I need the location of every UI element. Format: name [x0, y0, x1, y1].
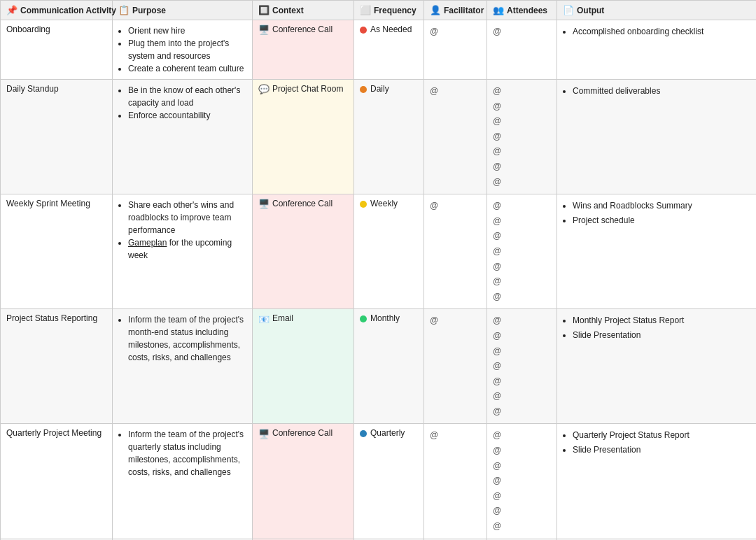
attendee-item: @: [493, 84, 551, 99]
table-row: Project Status ReportingInform the team …: [1, 309, 757, 424]
output-item: Accomplished onboarding checklist: [573, 24, 750, 38]
purpose-cell-3: Inform the team of the project's month-e…: [113, 309, 253, 424]
attendee-item: @: [493, 129, 551, 145]
attendee-item: @: [493, 519, 551, 534]
context-cell-2: 🖥️Conference Call: [253, 194, 354, 309]
purpose-item: Orient new hire: [128, 24, 246, 37]
context-cell-1: 💬Project Chat Room: [253, 80, 354, 194]
header-icon-5: 👥: [493, 5, 504, 15]
activity-cell-4: Quarterly Project Meeting: [1, 424, 113, 539]
activity-cell-1: Daily Standup: [1, 80, 113, 194]
output-cell-0: Accomplished onboarding checklist: [557, 20, 757, 80]
frequency-cell-1: Daily: [354, 80, 424, 194]
column-header-frequency: ⬜Frequency: [354, 1, 424, 20]
purpose-item: Share each other's wins and roadblocks t…: [128, 199, 246, 236]
output-cell-4: Quarterly Project Status ReportSlide Pre…: [557, 424, 757, 539]
attendee-item: @: [493, 329, 551, 344]
output-item: Slide Presentation: [573, 328, 750, 342]
table-row: Daily StandupBe in the know of each othe…: [1, 80, 757, 194]
attendee-item: @: [493, 313, 551, 329]
table-row: Quarterly Project MeetingInform the team…: [1, 424, 757, 539]
attendee-item: @: [493, 144, 551, 159]
attendee-item: @: [493, 114, 551, 129]
context-icon: 🖥️: [258, 24, 270, 35]
column-header-output: 📄Output: [557, 1, 757, 20]
frequency-dot: [360, 86, 367, 93]
attendee-item: @: [493, 504, 551, 519]
purpose-item: Be in the know of each other's capacity …: [128, 84, 246, 109]
output-cell-3: Monthly Project Status ReportSlide Prese…: [557, 309, 757, 424]
attendee-item: @: [493, 99, 551, 115]
output-cell-1: Committed deliverables: [557, 80, 757, 194]
attendee-item: @: [493, 374, 551, 390]
column-header-purpose: 📋Purpose: [113, 1, 253, 20]
header-icon-3: ⬜: [360, 5, 371, 15]
activity-cell-0: Onboarding: [1, 20, 113, 80]
header-icon-6: 📄: [563, 5, 574, 15]
attendee-item: @: [493, 260, 551, 275]
facilitator-cell-4: @: [424, 424, 487, 539]
attendee-item: @: [493, 290, 551, 305]
attendee-item: @: [493, 344, 551, 360]
attendees-cell-3: @@@@@@@: [487, 309, 557, 424]
activity-cell-2: Weekly Sprint Meeting: [1, 194, 113, 309]
attendee-item: @: [493, 428, 551, 443]
frequency-cell-0: As Needed: [354, 20, 424, 80]
output-item: Wins and Roadblocks Summary: [573, 199, 750, 213]
header-icon-4: 👤: [430, 5, 441, 15]
attendee-item: @: [493, 244, 551, 260]
attendee-item: @: [493, 359, 551, 374]
frequency-dot: [360, 27, 367, 34]
facilitator-cell-0: @: [424, 20, 487, 80]
table-row: OnboardingOrient new hirePlug them into …: [1, 20, 757, 80]
frequency-cell-3: Monthly: [354, 309, 424, 424]
frequency-dot: [360, 201, 367, 208]
attendee-item: @: [493, 159, 551, 175]
facilitator-cell-1: @: [424, 80, 487, 194]
header-icon-1: 📋: [118, 5, 130, 15]
context-cell-0: 🖥️Conference Call: [253, 20, 354, 80]
facilitator-item: @: [430, 24, 481, 40]
attendee-item: @: [493, 199, 551, 214]
attendee-item: @: [493, 229, 551, 244]
facilitator-cell-2: @: [424, 194, 487, 309]
output-item: Committed deliverables: [573, 84, 750, 98]
header-icon-2: 🔲: [258, 5, 270, 15]
output-item: Slide Presentation: [573, 443, 750, 457]
communication-plan-table: 📌Communication Activity📋Purpose🔲Context⬜…: [0, 0, 756, 540]
purpose-item: Enforce accountability: [128, 109, 246, 122]
purpose-item: Create a coherent team culture: [128, 62, 246, 75]
facilitator-cell-3: @: [424, 309, 487, 424]
frequency-cell-2: Weekly: [354, 194, 424, 309]
purpose-item: Inform the team of the project's month-e…: [128, 313, 246, 364]
frequency-dot: [360, 430, 367, 437]
column-header-attendees: 👥Attendees: [487, 1, 557, 20]
attendee-item: @: [493, 404, 551, 420]
attendees-cell-1: @@@@@@@: [487, 80, 557, 194]
context-cell-3: 📧Email: [253, 309, 354, 424]
facilitator-item: @: [430, 84, 481, 99]
purpose-item: Plug them into the project's system and …: [128, 37, 246, 62]
frequency-cell-4: Quarterly: [354, 424, 424, 539]
output-item: Quarterly Project Status Report: [573, 428, 750, 442]
purpose-item: Inform the team of the project's quarter…: [128, 428, 246, 478]
purpose-cell-1: Be in the know of each other's capacity …: [113, 80, 253, 194]
output-cell-2: Wins and Roadblocks SummaryProject sched…: [557, 194, 757, 309]
attendees-cell-2: @@@@@@@: [487, 194, 557, 309]
purpose-cell-2: Share each other's wins and roadblocks t…: [113, 194, 253, 309]
attendees-cell-0: @: [487, 20, 557, 80]
table-row: Weekly Sprint MeetingShare each other's …: [1, 194, 757, 309]
output-item: Project schedule: [573, 213, 750, 227]
purpose-item: Gameplan for the upcoming week: [128, 236, 246, 262]
attendee-item: @: [493, 175, 551, 190]
column-header-facilitator: 👤Facilitator: [424, 1, 487, 20]
facilitator-item: @: [430, 313, 481, 329]
attendee-item: @: [493, 443, 551, 459]
attendees-cell-4: @@@@@@@: [487, 424, 557, 539]
attendee-item: @: [493, 389, 551, 404]
column-header-communication-activity: 📌Communication Activity: [1, 1, 113, 20]
context-icon: 🖥️: [258, 429, 270, 439]
facilitator-item: @: [430, 199, 481, 214]
context-icon: 💬: [258, 84, 270, 94]
purpose-cell-4: Inform the team of the project's quarter…: [113, 424, 253, 539]
